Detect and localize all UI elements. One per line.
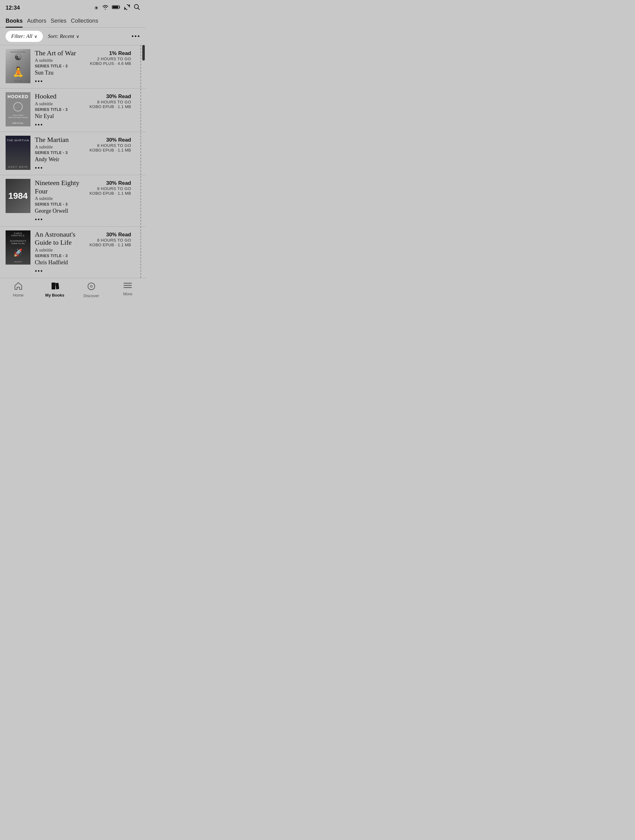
tab-bar: Books Authors Series Collections — [0, 14, 146, 28]
filter-more-button[interactable]: ••• — [131, 32, 141, 40]
svg-rect-4 — [55, 283, 59, 289]
book-series: SERIES TITLE - 3 — [35, 64, 87, 68]
book-item[interactable]: THE MARTIAN ANDY WEIR The Martian A subt… — [0, 132, 146, 175]
book-stats: 1% Read 2 HOURS TO GO KOBO PLUS · 4.6 MB — [90, 49, 141, 66]
book-item[interactable]: 1984 Nineteen Eighty Four A subtitle SER… — [0, 175, 146, 226]
book-series: SERIES TITLE - 3 — [35, 151, 87, 155]
tab-collections[interactable]: Collections — [71, 14, 103, 27]
book-cover: 🧘 Sun Tzu — [6, 49, 30, 83]
book-author: Nir Eyal — [35, 113, 87, 120]
read-percent: 30% Read — [89, 232, 131, 238]
nav-more-label: More — [123, 292, 132, 296]
cover-title-text: HOOKED — [8, 94, 28, 99]
cover-title-text: AN ASTRONAUT'SGUIDE TO LIFE — [10, 240, 26, 245]
home-icon — [14, 282, 23, 292]
cover-face-decoration — [13, 102, 23, 112]
book-series: SERIES TITLE - 3 — [35, 107, 87, 112]
tab-books[interactable]: Books — [6, 14, 27, 27]
book-item[interactable]: CHRISHADFIELD AN ASTRONAUT'SGUIDE TO LIF… — [0, 226, 146, 278]
svg-point-5 — [88, 283, 95, 290]
book-item[interactable]: 🧘 Sun Tzu The Art of War A subtitle SERI… — [0, 45, 146, 88]
read-percent: 30% Read — [89, 137, 131, 143]
nav-more[interactable]: More — [110, 282, 146, 298]
book-info: Nineteen Eighty Four A subtitle SERIES T… — [35, 179, 87, 226]
cover-title-text: 1984 — [8, 191, 28, 201]
cover-title-text: THE MARTIAN — [6, 139, 30, 142]
battery-icon — [112, 5, 120, 11]
book-title: An Astronaut's Guide to Life — [35, 231, 87, 247]
svg-rect-3 — [52, 283, 55, 289]
filter-label: Filter: All — [11, 33, 32, 39]
book-options-button[interactable]: ••• — [35, 164, 87, 172]
book-cover: CHRISHADFIELD AN ASTRONAUT'SGUIDE TO LIF… — [6, 231, 30, 265]
hours-to-go: 8 HOURS TO GO — [89, 99, 131, 104]
book-info: The Art of War A subtitle SERIES TITLE -… — [35, 49, 87, 88]
search-icon[interactable] — [134, 4, 141, 12]
tab-series[interactable]: Series — [51, 14, 71, 27]
scrollbar[interactable] — [142, 45, 145, 60]
book-format: KOBO EPUB · 1.1 MB — [89, 104, 131, 109]
book-options-button[interactable]: ••• — [35, 216, 87, 223]
bottom-nav: Home My Books Discover More — [0, 278, 146, 300]
cover-author-text: Sun Tzu — [6, 80, 30, 82]
nav-my-books-label: My Books — [45, 293, 64, 297]
cover-author-text: CHRISHADFIELD — [11, 232, 25, 237]
book-author: George Orwell — [35, 208, 87, 214]
book-subtitle: A subtitle — [35, 196, 87, 201]
book-subtitle: A subtitle — [35, 101, 87, 106]
book-subtitle: A subtitle — [35, 144, 87, 150]
nav-discover[interactable]: Discover — [73, 282, 110, 298]
book-info: Hooked A subtitle SERIES TITLE - 3 Nir E… — [35, 92, 87, 131]
cover-author-text: ANDY WEIR — [6, 166, 30, 168]
svg-rect-1 — [113, 6, 118, 8]
my-books-icon — [50, 282, 59, 292]
book-format: KOBO EPUB · 1.1 MB — [89, 191, 131, 196]
book-author: Sun Tzu — [35, 69, 87, 76]
hours-to-go: 2 HOURS TO GO — [90, 57, 131, 61]
dashed-divider — [141, 45, 141, 278]
book-options-button[interactable]: ••• — [35, 268, 87, 275]
book-stats: 30% Read 8 HOURS TO GO KOBO EPUB · 1.1 M… — [89, 92, 141, 109]
filter-bar: Filter: All ∨ Sort: Recent ∨ ••• — [0, 28, 146, 45]
cover-figure: 🚀 — [13, 248, 23, 257]
book-author: Chris Hadfield — [35, 259, 87, 266]
book-stats: 30% Read 8 HOURS TO GO KOBO EPUB · 1.1 M… — [89, 136, 141, 153]
nav-home-label: Home — [13, 293, 24, 297]
cover-figure: 🧘 — [13, 66, 24, 77]
book-options-button[interactable]: ••• — [35, 78, 87, 85]
filter-dropdown[interactable]: Filter: All ∨ — [6, 31, 43, 42]
book-title: Hooked — [35, 92, 87, 100]
book-list: 🧘 Sun Tzu The Art of War A subtitle SERI… — [0, 45, 146, 278]
nav-home[interactable]: Home — [0, 282, 36, 298]
book-item[interactable]: HOOKED How to BuildHabit-Forming Product… — [0, 88, 146, 131]
nav-discover-label: Discover — [83, 294, 99, 298]
sort-dropdown[interactable]: Sort: Recent ∨ — [48, 33, 79, 39]
svg-point-6 — [90, 286, 92, 287]
cover-inner: HOOKED How to BuildHabit-Forming Product… — [6, 92, 30, 126]
cover-inner: CHRISHADFIELD AN ASTRONAUT'SGUIDE TO LIF… — [6, 231, 30, 265]
nav-my-books[interactable]: My Books — [36, 282, 73, 298]
book-author: Andy Weir — [35, 156, 87, 163]
book-options-button[interactable]: ••• — [35, 122, 87, 129]
book-title: The Art of War — [35, 49, 87, 57]
book-subtitle: A subtitle — [35, 58, 87, 63]
status-time: 12:34 — [6, 5, 20, 11]
sort-chevron-icon: ∨ — [76, 34, 79, 39]
more-icon — [124, 282, 132, 291]
book-stats: 30% Read 8 HOURS TO GO KOBO EPUB · 1.1 M… — [89, 179, 141, 196]
book-info: The Martian A subtitle SERIES TITLE - 3 … — [35, 136, 87, 175]
status-bar: 12:34 ☀ — [0, 0, 146, 14]
book-series: SERIES TITLE - 3 — [35, 254, 87, 258]
read-percent: 30% Read — [89, 93, 131, 99]
book-title: Nineteen Eighty Four — [35, 179, 87, 195]
book-subtitle: A subtitle — [35, 248, 87, 253]
read-percent: 30% Read — [89, 180, 131, 186]
book-cover: 1984 — [6, 179, 30, 213]
tab-authors[interactable]: Authors — [27, 14, 51, 27]
book-cover: THE MARTIAN ANDY WEIR — [6, 136, 30, 170]
hours-to-go: 8 HOURS TO GO — [89, 186, 131, 191]
hours-to-go: 8 HOURS TO GO — [89, 143, 131, 148]
cover-author-text: NIR EYAL — [13, 122, 24, 125]
book-stats: 30% Read 8 HOURS TO GO KOBO EPUB · 1.1 M… — [89, 231, 141, 247]
book-format: KOBO EPUB · 1.1 MB — [89, 243, 131, 247]
